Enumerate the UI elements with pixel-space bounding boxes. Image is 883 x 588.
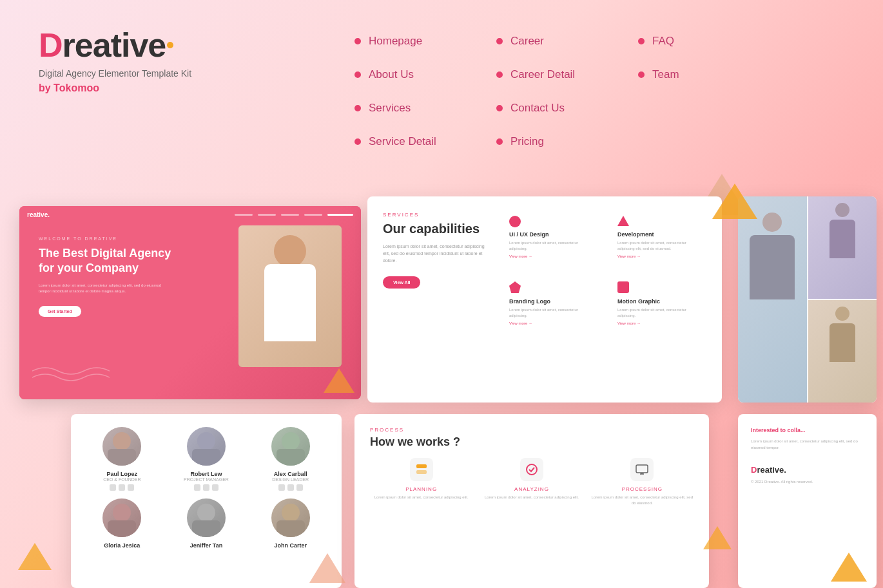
service-item-dev: Development Lorem ipsum dolor sit amet, … [611,209,709,265]
nav-dot [354,38,361,44]
process-icon-processing [630,458,654,481]
hero-nav-links [235,214,353,216]
process-step-label-processing: PROCESSING [591,486,694,492]
team-social-paul [84,484,160,491]
team-grid-row2: Gloria Jesica Jeniffer Tan John Carter [84,498,329,549]
preview-about-card [738,196,877,403]
team-member-alex: Alex Carball DESIGN LEADER [252,427,329,491]
nav-menu: Homepage Career FAQ About Us Career Deta… [354,26,754,157]
hero-navbar: reative. [19,206,361,223]
nav-item-career[interactable]: Career [496,26,638,57]
nav-item-contactus[interactable]: Contact Us [496,93,638,124]
team-name-paul: Paul Lopez [84,471,160,477]
process-step-desc-planning: Lorem ipsum dolor sit amet, consectetur … [370,495,472,500]
svg-rect-3 [636,465,648,473]
service-link-dev[interactable]: View more → [617,254,703,258]
hero-wave-decoration [32,358,110,386]
process-section-label: PROCESS [370,427,694,433]
team-member-jeniffer: Jeniffer Tan [168,498,245,549]
process-step-desc-processing: Lorem ipsum dolor sit amet, consectetur … [591,495,694,506]
team-name-jeniffer: Jeniffer Tan [168,542,245,549]
decorative-triangle-orange-topright [712,184,757,219]
process-steps-grid: PLANNING Lorem ipsum dolor sit amet, con… [370,458,694,506]
team-grid-row1: Paul Lopez CEO & FOUNDER Robert Lew PROJ… [84,427,329,491]
service-link-motion[interactable]: View more → [617,321,703,325]
svg-rect-0 [416,464,427,468]
service-name-motion: Motion Graphic [617,298,703,305]
hero-cta-button[interactable]: Get Started [39,306,81,317]
nav-item-services[interactable]: Services [354,93,496,124]
service-text-uiux: Lorem ipsum dolor sit amet, consectetur … [509,240,594,252]
decorative-triangle-bottom-center [309,553,345,583]
nav-dot [354,105,361,111]
team-avatar-alex [271,427,310,466]
nav-dot [496,105,503,111]
services-left-content: SERVICES Our capabilities Lorem ipsum do… [383,212,492,289]
service-item-brand: Branding Logo Lorem ipsum dolor sit amet… [503,275,601,332]
contact-brand-suffix: reative. [757,465,786,475]
hero-decorative-triangle [324,368,354,393]
process-step-planning: PLANNING Lorem ipsum dolor sit amet, con… [370,458,472,506]
team-member-paul: Paul Lopez CEO & FOUNDER [84,427,160,491]
about-image-small-2 [808,300,877,403]
contact-desc-text: Lorem ipsum dolor sit amet, consectetur … [751,439,864,451]
contact-brand-footer: Dreative. © 2021 Dreative. All rights re… [751,464,864,486]
team-avatar-gloria [102,498,141,537]
services-items-grid: UI / UX Design Lorem ipsum dolor sit ame… [503,209,709,332]
nav-item-pricing[interactable]: Pricing [496,126,638,157]
nav-item-careerdetail[interactable]: Career Detail [496,59,638,90]
service-link-brand[interactable]: View more → [509,321,594,325]
decorative-triangle-bottom-left [18,543,52,570]
team-name-gloria: Gloria Jesica [84,542,160,549]
decorative-triangle-bottom-right2 [703,526,732,549]
nav-item-servicedetail[interactable]: Service Detail [354,126,496,157]
nav-dot [354,71,361,78]
team-name-robert: Robert Lew [168,471,245,477]
contact-footer-copyright: © 2021 Dreative. All rights reserved. [751,479,864,486]
service-text-dev: Lorem ipsum dolor sit amet, consectetur … [617,240,703,252]
team-social-alex [252,484,329,491]
services-section-title: Our capabilities [383,222,492,236]
service-name-brand: Branding Logo [509,298,594,305]
preview-contact-card: Interested to colla... Lorem ipsum dolor… [738,414,877,588]
team-name-john: John Carter [252,542,329,549]
service-icon-motion [617,281,629,293]
service-link-uiux[interactable]: View more → [509,254,594,258]
process-icon-planning [410,458,433,481]
services-viewall-button[interactable]: View All [383,276,420,289]
service-item-uiux: UI / UX Design Lorem ipsum dolor sit ame… [503,209,601,265]
process-step-label-analyzing: ANALYZING [480,486,583,492]
service-text-motion: Lorem ipsum dolor sit amet, consectetur … [617,307,703,319]
nav-dot [496,138,503,145]
brand-d-letter: D [39,26,63,64]
service-icon-dev [617,216,629,226]
brand-tagline: Digital Agency Elementor Template Kit [39,68,191,79]
contact-brand-d: D [751,465,757,475]
preview-team-card: Paul Lopez CEO & FOUNDER Robert Lew PROJ… [71,414,342,588]
about-image-large [738,196,807,403]
team-avatar-jeniffer [187,498,226,537]
process-section-title: How we works ? [370,435,694,449]
service-item-motion: Motion Graphic Lorem ipsum dolor sit ame… [611,275,709,332]
about-image-small-1 [808,196,877,299]
service-icon-brand [509,281,521,293]
nav-item-team[interactable]: Team [638,59,754,90]
about-images-grid [738,196,877,403]
team-avatar-john [271,498,310,537]
team-member-gloria: Gloria Jesica [84,498,160,549]
team-role-alex: DESIGN LEADER [252,477,329,482]
team-avatar-paul [102,427,141,466]
nav-item-aboutus[interactable]: About Us [354,59,496,90]
nav-item-homepage[interactable]: Homepage [354,26,496,57]
nav-item-faq[interactable]: FAQ [638,26,754,57]
nav-dot [354,138,361,145]
hero-person-image [238,225,342,367]
svg-point-2 [527,464,537,475]
process-icon-analyzing [520,458,543,481]
svg-rect-1 [416,470,427,474]
service-name-uiux: UI / UX Design [509,231,594,238]
team-avatar-robert [187,427,226,466]
process-step-processing: PROCESSING Lorem ipsum dolor sit amet, c… [591,458,694,506]
services-section-label: SERVICES [383,212,492,218]
process-step-label-planning: PLANNING [370,486,472,492]
